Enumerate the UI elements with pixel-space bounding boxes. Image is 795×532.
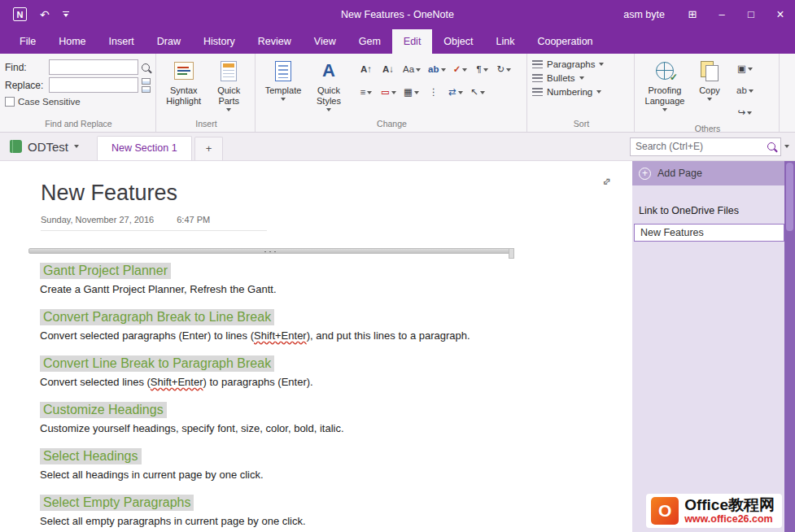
chevron-down-icon bbox=[579, 76, 584, 80]
section-heading[interactable]: Convert Line Break to Paragraph Break bbox=[40, 355, 274, 372]
onenote-app-icon[interactable]: N bbox=[13, 7, 27, 21]
chevron-down-icon bbox=[748, 68, 753, 71]
syntax-highlight-button[interactable]: Syntax Highlight bbox=[161, 56, 207, 110]
replace-all-icon[interactable] bbox=[142, 86, 151, 93]
close-button[interactable]: × bbox=[766, 0, 795, 28]
page-list-item[interactable]: New Features bbox=[634, 224, 784, 242]
select-icon[interactable]: ↖ bbox=[468, 84, 487, 102]
tab-gem[interactable]: Gem bbox=[347, 29, 392, 54]
change-case-icon[interactable]: Aa bbox=[400, 61, 423, 79]
chevron-down-icon bbox=[599, 63, 604, 66]
minimize-button[interactable]: – bbox=[707, 0, 736, 28]
search-scope-dropdown-icon[interactable] bbox=[784, 145, 789, 148]
section-body[interactable]: Select all headings in current page by o… bbox=[40, 469, 513, 481]
table-icon[interactable]: ▦ bbox=[401, 84, 422, 102]
ribbon-display-options-icon[interactable]: ⊞ bbox=[678, 0, 707, 28]
maximize-button[interactable]: □ bbox=[736, 0, 766, 28]
case-sensitive-checkbox[interactable] bbox=[5, 97, 15, 107]
find-search-icon[interactable] bbox=[142, 63, 150, 72]
page-section: Customize HeadingsCustomize yourself hea… bbox=[40, 402, 513, 434]
ribbon-tabs: FileHomeInsertDrawHistoryReviewViewGemEd… bbox=[8, 29, 605, 54]
bullets-sort-button[interactable]: Bullets bbox=[532, 73, 604, 83]
template-button[interactable]: Template bbox=[260, 56, 306, 110]
section-tab-new-section-1[interactable]: New Section 1 bbox=[97, 136, 192, 160]
chevron-down-icon bbox=[483, 68, 488, 72]
tab-review[interactable]: Review bbox=[247, 29, 303, 54]
tab-home[interactable]: Home bbox=[47, 29, 97, 54]
section-body[interactable]: Convert selected lines (Shift+Enter) to … bbox=[40, 376, 513, 388]
tab-view[interactable]: View bbox=[303, 29, 347, 54]
note-outline[interactable]: Gantt Project PlannerCreate a Gantt Proj… bbox=[28, 248, 513, 527]
full-page-view-icon[interactable]: ⇕ bbox=[599, 174, 614, 189]
customize-qat-button[interactable] bbox=[63, 11, 69, 18]
redo-arrow-icon[interactable]: ↪ bbox=[734, 104, 756, 122]
paragraph-mark-icon[interactable]: ¶ bbox=[473, 61, 492, 79]
notebook-switcher[interactable]: ODTest bbox=[0, 140, 79, 154]
phonetic-guide-icon-glyph: ab bbox=[428, 65, 439, 75]
shrink-font-icon[interactable]: A↓ bbox=[378, 61, 398, 79]
quick-parts-button[interactable]: Quick Parts bbox=[207, 56, 252, 111]
convert-icon[interactable]: ⇄ bbox=[446, 84, 465, 102]
page-canvas[interactable]: ⇕ New Features Sunday, November 27, 2016… bbox=[0, 161, 632, 532]
proofing-language-button[interactable]: ✓ Proofing Language bbox=[640, 56, 690, 111]
section-heading[interactable]: Convert Paragraph Break to Line Break bbox=[40, 309, 274, 325]
replace-icon[interactable] bbox=[142, 78, 151, 85]
scrollbar-thumb[interactable] bbox=[786, 163, 793, 231]
page-section: Convert Line Break to Paragraph BreakCon… bbox=[40, 355, 513, 388]
section-heading[interactable]: Gantt Project Planner bbox=[40, 263, 171, 279]
outline-resize-handle[interactable] bbox=[509, 248, 514, 259]
tab-link[interactable]: Link bbox=[485, 29, 526, 54]
page-section: Gantt Project PlannerCreate a Gantt Proj… bbox=[40, 263, 513, 295]
tab-insert[interactable]: Insert bbox=[98, 29, 146, 54]
tab-object[interactable]: Object bbox=[432, 29, 484, 54]
quick-styles-button[interactable]: OA Quick Styles bbox=[306, 56, 352, 111]
copy-button[interactable]: Copy bbox=[690, 56, 729, 110]
refresh-icon[interactable]: ↻ bbox=[495, 61, 514, 79]
section-body[interactable]: Customize yourself headings, specify fon… bbox=[40, 422, 513, 434]
tab-edit[interactable]: Edit bbox=[392, 29, 433, 54]
tab-cooperation[interactable]: Cooperation bbox=[526, 29, 604, 54]
replace-input[interactable] bbox=[49, 77, 138, 93]
paragraphs-sort-button[interactable]: Paragraphs bbox=[532, 59, 604, 69]
numbering-sort-button[interactable]: Numbering bbox=[532, 87, 604, 97]
tab-history[interactable]: History bbox=[192, 29, 247, 54]
search-icon[interactable] bbox=[767, 142, 775, 150]
section-body[interactable]: Select all empty paragraphs in current p… bbox=[40, 515, 513, 527]
group-sort: ParagraphsBulletsNumbering Sort bbox=[527, 54, 635, 132]
add-page-button[interactable]: + Add Page bbox=[632, 161, 784, 185]
section-body[interactable]: Convert selected paragraphs (Enter) to l… bbox=[40, 329, 513, 342]
paste-icon[interactable]: ▣ bbox=[734, 60, 756, 78]
tab-draw[interactable]: Draw bbox=[146, 29, 192, 54]
link-onedrive-label[interactable]: Link to OneDrive Files bbox=[639, 205, 795, 216]
page-title[interactable]: New Features bbox=[41, 181, 267, 206]
tab-file[interactable]: File bbox=[8, 29, 47, 54]
shading-icon[interactable]: ▭ bbox=[378, 84, 399, 102]
page-title-block[interactable]: New Features Sunday, November 27, 2016 6… bbox=[41, 181, 267, 231]
shrink-font-icon-glyph: A↓ bbox=[382, 65, 394, 75]
section-heading[interactable]: Select Empty Paragraphs bbox=[40, 495, 194, 511]
section-heading[interactable]: Customize Headings bbox=[40, 402, 167, 418]
phonetic-guide-icon[interactable]: ab bbox=[426, 61, 448, 79]
undo-button[interactable]: ↶ bbox=[40, 8, 50, 21]
search-box bbox=[630, 137, 781, 156]
refresh-icon-glyph: ↻ bbox=[497, 65, 505, 75]
change-case-icon-glyph: Aa bbox=[403, 65, 414, 75]
grow-font-icon[interactable]: A↑ bbox=[356, 61, 376, 79]
section-body[interactable]: Create a Gantt Project Planner, Refresh … bbox=[40, 283, 513, 295]
outline-move-handle[interactable] bbox=[28, 248, 513, 254]
chevron-down-icon bbox=[596, 90, 601, 94]
chevron-down-icon bbox=[480, 91, 485, 94]
proofing-language-icon: ✓ bbox=[656, 62, 674, 80]
add-section-button[interactable]: + bbox=[194, 137, 224, 160]
account-name[interactable]: asm byte bbox=[610, 0, 678, 28]
find-input[interactable] bbox=[49, 59, 138, 75]
rename-icon[interactable]: ab bbox=[734, 82, 756, 100]
search-input[interactable] bbox=[636, 141, 763, 152]
spacing-icon[interactable]: ⋮ bbox=[424, 84, 443, 102]
spell-check-icon[interactable]: ✓ bbox=[451, 61, 470, 79]
section-heading[interactable]: Select Headings bbox=[40, 448, 142, 464]
copy-icon bbox=[701, 61, 719, 81]
page-pane-scrollbar[interactable] bbox=[784, 161, 795, 532]
syntax-highlight-icon bbox=[174, 62, 194, 80]
alignment-icon[interactable]: ≡ bbox=[356, 84, 376, 102]
